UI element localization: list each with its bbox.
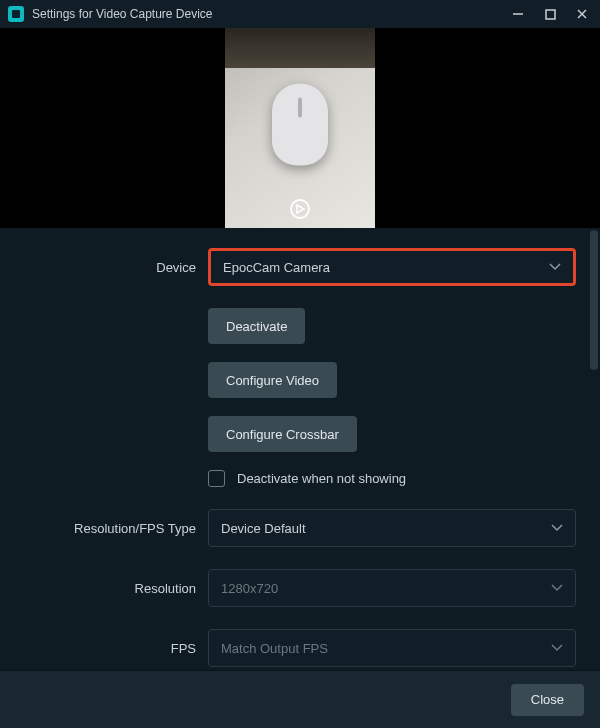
close-window-button[interactable] — [572, 4, 592, 24]
close-icon — [576, 8, 588, 20]
configure-video-button[interactable]: Configure Video — [208, 362, 337, 398]
chevron-down-icon — [551, 584, 563, 592]
close-button-label: Close — [531, 692, 564, 707]
res-type-select[interactable]: Device Default — [208, 509, 576, 547]
chevron-down-icon — [549, 263, 561, 271]
res-type-select-value: Device Default — [221, 521, 306, 536]
window-title: Settings for Video Capture Device — [32, 7, 508, 21]
chevron-down-icon — [551, 644, 563, 652]
fps-label: FPS — [24, 641, 208, 656]
dialog-footer: Close — [0, 670, 600, 728]
resolution-label: Resolution — [24, 581, 208, 596]
configure-crossbar-button-label: Configure Crossbar — [226, 427, 339, 442]
maximize-icon — [545, 9, 556, 20]
chevron-down-icon — [551, 524, 563, 532]
close-button[interactable]: Close — [511, 684, 584, 716]
deactivate-button[interactable]: Deactivate — [208, 308, 305, 344]
app-icon — [8, 6, 24, 22]
fps-select-value: Match Output FPS — [221, 641, 328, 656]
configure-video-button-label: Configure Video — [226, 373, 319, 388]
minimize-icon — [512, 8, 524, 20]
deactivate-button-label: Deactivate — [226, 319, 287, 334]
res-type-label: Resolution/FPS Type — [24, 521, 208, 536]
window-controls — [508, 4, 592, 24]
device-label: Device — [24, 260, 208, 275]
preview-image — [225, 28, 375, 228]
settings-form: Device EpocCam Camera Deactivate Configu… — [0, 228, 600, 670]
elgato-logo-icon — [289, 198, 311, 220]
resolution-select-value: 1280x720 — [221, 581, 278, 596]
svg-point-4 — [291, 200, 309, 218]
deactivate-when-not-showing-label: Deactivate when not showing — [237, 471, 406, 486]
device-select-value: EpocCam Camera — [223, 260, 330, 275]
maximize-button[interactable] — [540, 4, 560, 24]
video-preview — [0, 28, 600, 228]
resolution-select[interactable]: 1280x720 — [208, 569, 576, 607]
minimize-button[interactable] — [508, 4, 528, 24]
device-select[interactable]: EpocCam Camera — [208, 248, 576, 286]
svg-rect-1 — [546, 10, 555, 19]
configure-crossbar-button[interactable]: Configure Crossbar — [208, 416, 357, 452]
fps-select[interactable]: Match Output FPS — [208, 629, 576, 667]
scrollbar-thumb[interactable] — [590, 230, 598, 370]
titlebar: Settings for Video Capture Device — [0, 0, 600, 28]
deactivate-when-not-showing-checkbox[interactable] — [208, 470, 225, 487]
